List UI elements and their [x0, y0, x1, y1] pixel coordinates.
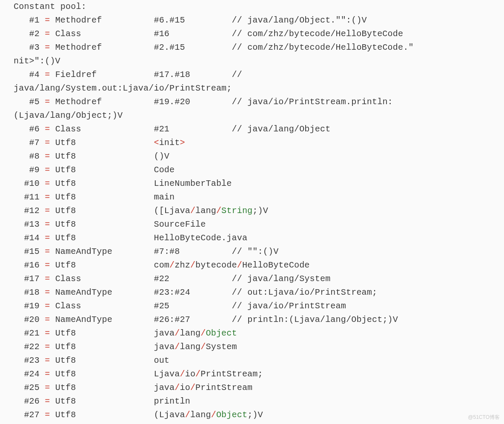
entry-comment: // java/io/PrintStream: [232, 301, 346, 311]
pool-index: #25: [24, 383, 40, 393]
equals-sign: =: [40, 247, 55, 256]
pool-index: #17: [24, 274, 40, 284]
code-block: Constant pool: #1 = Methodref #6.#15 // …: [0, 0, 504, 424]
entry-type: Utf8: [55, 151, 76, 161]
pool-index: #11: [24, 192, 40, 202]
entry-ref: #7:#8: [154, 247, 180, 256]
entry-type: Utf8: [55, 383, 76, 393]
entry-type: Utf8: [55, 396, 76, 406]
entry-ref: #22: [154, 274, 169, 284]
pool-index: #20: [24, 315, 40, 324]
entry-comment-cont: (Ljava/lang/Object;)V: [14, 111, 123, 120]
equals-sign: =: [40, 192, 55, 202]
equals-sign: =: [40, 342, 55, 352]
utf8-lt: <: [154, 138, 159, 148]
entry-type: Fieldref: [55, 70, 97, 80]
entry-comment: // out:Ljava/io/PrintStream;: [232, 287, 378, 297]
equals-sign: =: [40, 328, 55, 338]
entry-type: Utf8: [55, 179, 76, 188]
equals-sign: =: [40, 70, 55, 80]
pool-index: #14: [24, 233, 40, 243]
utf8-value: out: [154, 356, 169, 365]
entry-type: Methodref: [55, 15, 102, 25]
utf8-value: HelloByteCode.java: [154, 233, 247, 243]
entry-type: Methodref: [55, 43, 102, 52]
entry-ref: #25: [154, 301, 169, 311]
utf8-value: java/io/PrintStream: [154, 383, 252, 393]
equals-sign: =: [40, 43, 55, 52]
entry-comment: // java/io/PrintStream.println:: [232, 97, 393, 107]
utf8-value: (Ljava/lang/Object;)V: [154, 410, 263, 420]
pool-index: #12: [24, 206, 40, 216]
equals-sign: =: [40, 206, 55, 216]
equals-sign: =: [40, 396, 55, 406]
pool-index: #21: [24, 328, 40, 338]
pool-index: #10: [24, 179, 40, 188]
equals-sign: =: [40, 15, 55, 25]
utf8-value: Ljava/io/PrintStream;: [154, 369, 263, 379]
entry-type: Class: [55, 29, 81, 39]
equals-sign: =: [40, 260, 55, 270]
pool-index: #5: [29, 97, 40, 107]
equals-sign: =: [40, 29, 55, 39]
utf8-value: ()V: [154, 151, 169, 161]
entry-type: Utf8: [55, 356, 76, 365]
equals-sign: =: [40, 383, 55, 393]
utf8-value: LineNumberTable: [154, 179, 232, 188]
pool-index: #6: [29, 124, 40, 134]
entry-type: Utf8: [55, 410, 76, 420]
equals-sign: =: [40, 301, 55, 311]
utf8-gt: >: [180, 138, 185, 148]
utf8-value: SourceFile: [154, 219, 206, 229]
pool-index: #1: [29, 15, 40, 25]
equals-sign: =: [40, 274, 55, 284]
entry-ref: #26:#27: [154, 315, 190, 324]
pool-index: #27: [24, 410, 40, 420]
entry-ref: #19.#20: [154, 97, 190, 107]
entry-type: NameAndType: [55, 247, 112, 256]
equals-sign: =: [40, 369, 55, 379]
equals-sign: =: [40, 124, 55, 134]
entry-ref: #2.#15: [154, 43, 185, 52]
entry-type: Utf8: [55, 206, 76, 216]
entry-ref: #16: [154, 29, 169, 39]
entry-comment: // println:(Ljava/lang/Object;)V: [232, 315, 398, 324]
entry-ref: #17.#18: [154, 70, 190, 80]
pool-index: #19: [24, 301, 40, 311]
utf8-value: init: [159, 138, 180, 148]
entry-type: Methodref: [55, 97, 102, 107]
pool-index: #15: [24, 247, 40, 256]
entry-comment: //: [232, 70, 242, 80]
pool-index: #18: [24, 287, 40, 297]
pool-index: #9: [29, 165, 40, 175]
entry-comment: // com/zhz/bytecode/HelloByteCode: [232, 29, 404, 39]
watermark: @51CTO博客: [468, 413, 500, 421]
equals-sign: =: [40, 151, 55, 161]
entry-type: Utf8: [55, 369, 76, 379]
entry-type: Utf8: [55, 342, 76, 352]
pool-index: #26: [24, 396, 40, 406]
equals-sign: =: [40, 287, 55, 297]
equals-sign: =: [40, 356, 55, 365]
entry-type: Utf8: [55, 165, 76, 175]
entry-type: NameAndType: [55, 287, 112, 297]
equals-sign: =: [40, 165, 55, 175]
entry-comment: // com/zhz/bytecode/HelloByteCode." nit>…: [14, 43, 414, 420]
equals-sign: =: [40, 410, 55, 420]
pool-index: #23: [24, 356, 40, 365]
pool-index: #24: [24, 369, 40, 379]
utf8-value: com/zhz/bytecode/HelloByteCode: [154, 260, 309, 270]
pool-index: #2: [29, 29, 40, 39]
pool-index: #4: [29, 70, 40, 80]
utf8-value: main: [154, 192, 175, 202]
entry-type: Utf8: [55, 328, 76, 338]
equals-sign: =: [40, 179, 55, 188]
entry-ref: #23:#24: [154, 287, 190, 297]
entry-comment: // java/lang/Object: [232, 124, 331, 134]
utf8-value: java/lang/System: [154, 342, 237, 352]
equals-sign: =: [40, 97, 55, 107]
entry-type: Class: [55, 274, 81, 284]
pool-index: #8: [29, 151, 40, 161]
entry-ref: #6.#15: [154, 15, 185, 25]
entry-comment: // java/lang/Object."":()V: [232, 15, 367, 25]
